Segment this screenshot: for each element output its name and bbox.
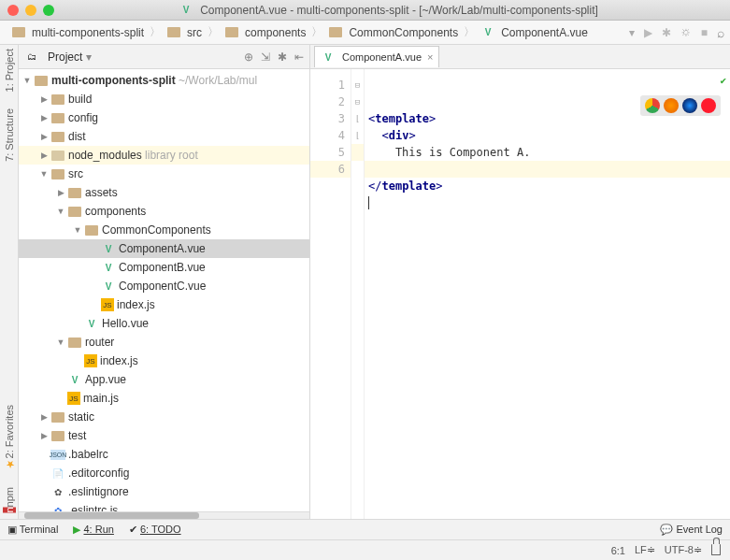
tool-structure[interactable]: 7: Structure: [4, 108, 15, 162]
tool-favorites[interactable]: ★2: Favorites: [3, 405, 15, 470]
tree-main-js[interactable]: ▶JSmain.js: [19, 389, 309, 408]
tree-node-modules[interactable]: ▶node_modules library root: [19, 146, 309, 165]
breadcrumb-file[interactable]: VComponentA.vue: [475, 23, 594, 42]
line-separator[interactable]: LF≑: [635, 544, 655, 556]
project-tool-window: 🗂 Project ▾ ⊕ ⇲ ✱ ⇤ ▼multi-components-sp…: [19, 45, 310, 519]
tree-static[interactable]: ▶static: [19, 408, 309, 426]
tree-router[interactable]: ▼router: [19, 333, 309, 352]
stop-icon[interactable]: ■: [701, 26, 708, 39]
fold-gutter[interactable]: ⊟⊟⌊⌊: [351, 69, 365, 519]
tool-terminal[interactable]: ▣ Terminal: [7, 524, 58, 536]
tree-root[interactable]: ▼multi-components-split ~/Work/Lab/mul: [19, 71, 309, 90]
tree-assets[interactable]: ▶assets: [19, 183, 309, 202]
inspection-ok-icon[interactable]: ✔: [720, 73, 726, 90]
chrome-icon[interactable]: [645, 98, 660, 113]
tree-common-components[interactable]: ▼CommonComponents: [19, 221, 309, 239]
tree-component-b[interactable]: ▶VComponentB.vue: [19, 258, 309, 277]
tree-component-c[interactable]: ▶VComponentC.vue: [19, 277, 309, 295]
scroll-from-source-icon[interactable]: ⊕: [244, 50, 253, 64]
coverage-icon[interactable]: ⛭: [680, 26, 692, 39]
tool-window-bar-left: 1: Project 7: Structure ★2: Favorites nn…: [0, 45, 19, 519]
vue-icon: V: [480, 25, 495, 40]
project-view-selector[interactable]: Project ▾: [48, 50, 92, 64]
project-tree[interactable]: ▼multi-components-split ~/Work/Lab/mul ▶…: [19, 69, 309, 511]
tree-app-vue[interactable]: ▶VApp.vue: [19, 370, 309, 389]
tree-config[interactable]: ▶config: [19, 108, 309, 127]
navigation-bar: multi-components-split 〉 src 〉 component…: [0, 21, 730, 45]
breadcrumb-src[interactable]: src: [161, 23, 208, 42]
tree-eslintrc[interactable]: ▶✿.eslintrc.js: [19, 501, 309, 511]
tree-hello[interactable]: ▶VHello.vue: [19, 314, 309, 333]
safari-icon[interactable]: [682, 98, 697, 113]
breadcrumb-root[interactable]: multi-components-split: [6, 23, 150, 42]
line-gutter: 123 45 6: [310, 69, 351, 519]
traffic-lights: [7, 5, 54, 16]
vue-icon: V: [321, 50, 336, 65]
tree-horizontal-scrollbar[interactable]: [19, 511, 309, 519]
tool-todo[interactable]: ✔ 6: TODO: [129, 524, 181, 536]
firefox-icon[interactable]: [664, 98, 679, 113]
tree-component-a[interactable]: ▶VComponentA.vue: [19, 239, 309, 258]
window-title: V ComponentA.vue - multi-components-spli…: [54, 3, 723, 18]
tool-npm[interactable]: nnpm: [4, 487, 15, 513]
debug-button-icon[interactable]: ✱: [662, 26, 671, 39]
tree-test[interactable]: ▶test: [19, 426, 309, 445]
editor-area: V ComponentA.vue × 123 45 6 ⊟⊟⌊⌊ <templa…: [310, 45, 730, 519]
editor-body[interactable]: 123 45 6 ⊟⊟⌊⌊ <template> <div> This is C…: [310, 69, 730, 519]
cursor-position[interactable]: 6:1: [611, 545, 625, 556]
tree-babelrc[interactable]: ▶JSON.babelrc: [19, 445, 309, 464]
settings-icon[interactable]: ✱: [278, 50, 287, 64]
tree-src[interactable]: ▼src: [19, 165, 309, 183]
titlebar: V ComponentA.vue - multi-components-spli…: [0, 0, 730, 21]
browser-preview-badges: [640, 95, 721, 116]
code-area[interactable]: <template> <div> This is Component A. </…: [365, 69, 730, 519]
status-bar: 6:1 LF≑ UTF-8≑: [0, 539, 730, 560]
close-tab-icon[interactable]: ×: [427, 51, 433, 63]
readonly-lock-icon[interactable]: [711, 544, 721, 557]
tool-project[interactable]: 1: Project: [4, 49, 15, 92]
breadcrumb-components[interactable]: components: [219, 23, 311, 42]
run-config-dropdown[interactable]: ▾: [629, 26, 635, 39]
project-icon: 🗂: [24, 50, 39, 65]
editor-tab-component-a[interactable]: V ComponentA.vue ×: [314, 46, 439, 67]
tree-build[interactable]: ▶build: [19, 90, 309, 108]
file-encoding[interactable]: UTF-8≑: [665, 544, 702, 556]
minimize-window[interactable]: [25, 5, 36, 16]
tree-editorconfig[interactable]: ▶📄.editorconfig: [19, 464, 309, 482]
breadcrumb-common[interactable]: CommonComponents: [322, 23, 464, 42]
hide-icon[interactable]: ⇤: [294, 50, 304, 64]
opera-icon[interactable]: [701, 98, 716, 113]
collapse-all-icon[interactable]: ⇲: [261, 50, 270, 64]
run-button-icon[interactable]: ▶: [644, 26, 652, 39]
tree-dist[interactable]: ▶dist: [19, 127, 309, 146]
close-window[interactable]: [7, 5, 19, 16]
search-icon[interactable]: ⌕: [717, 25, 724, 40]
tree-components[interactable]: ▼components: [19, 202, 309, 221]
tree-router-index[interactable]: ▶JSindex.js: [19, 352, 309, 370]
bottom-tool-bar: ▣ Terminal ▶ 4: Run ✔ 6: TODO 💬 Event Lo…: [0, 519, 730, 539]
vue-icon: V: [179, 3, 193, 18]
project-panel-header: 🗂 Project ▾ ⊕ ⇲ ✱ ⇤: [19, 45, 309, 69]
tool-event-log[interactable]: 💬 Event Log: [660, 524, 723, 536]
editor-tabs: V ComponentA.vue ×: [310, 45, 730, 69]
zoom-window[interactable]: [43, 5, 54, 16]
tool-run[interactable]: ▶ 4: Run: [73, 524, 113, 536]
tree-eslintignore[interactable]: ▶✿.eslintignore: [19, 482, 309, 501]
tree-common-index[interactable]: ▶JSindex.js: [19, 295, 309, 314]
